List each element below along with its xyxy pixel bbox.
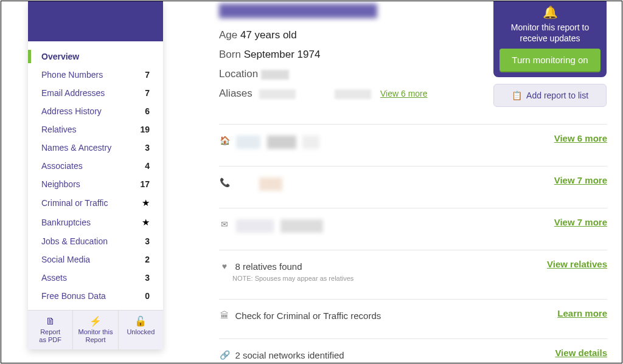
location-label: Location: [219, 68, 258, 80]
sidebar-actions: 🗎 Reportas PDF ⚡ Monitor thisReport 🔓 Un…: [28, 310, 163, 349]
nav-assets[interactable]: Assets 3: [28, 269, 163, 287]
action-label: Monitor thisReport: [78, 328, 113, 343]
star-icon: ★: [142, 217, 150, 228]
action-label: Unlocked: [127, 328, 155, 335]
nav-criminal-traffic[interactable]: Criminal or Traffic ★: [28, 193, 163, 213]
relatives-found-text: 8 relatives found: [235, 261, 302, 272]
email-block: ✉ View 7 more: [219, 208, 607, 244]
nav-count: 19: [140, 125, 150, 134]
view-relatives-link[interactable]: View relatives: [547, 259, 607, 269]
nav-overview[interactable]: Overview: [28, 47, 163, 66]
phone-icon: 📞: [219, 177, 230, 187]
learn-more-criminal-link[interactable]: Learn more: [557, 308, 607, 318]
nav-label: Free Bonus Data: [41, 291, 106, 301]
address-block: 🏠 View 6 more: [219, 124, 607, 160]
bank-icon: 🏛: [219, 311, 230, 320]
nav-label: Overview: [41, 52, 79, 61]
view-more-addresses-link[interactable]: View 6 more: [554, 133, 607, 143]
nav-bankruptcies[interactable]: Bankruptcies ★: [28, 213, 163, 232]
view-more-phones-link[interactable]: View 7 more: [554, 175, 607, 185]
nav-email-addresses[interactable]: Email Addresses 7: [28, 84, 163, 102]
relatives-note: NOTE: Spouses may appear as relatives: [232, 275, 607, 282]
nav-label: Names & Ancestry: [41, 143, 111, 153]
star-icon: ★: [142, 197, 150, 208]
redacted-value: [236, 219, 274, 233]
report-as-pdf-button[interactable]: 🗎 Reportas PDF: [28, 311, 73, 349]
home-icon: 🏠: [219, 136, 230, 145]
social-block: 🔗 2 social networks identified View deta…: [219, 338, 607, 363]
relatives-block: ♥ 8 relatives found NOTE: Spouses may ap…: [219, 250, 607, 293]
age-value: 47 years old: [240, 29, 297, 41]
view-social-details-link[interactable]: View details: [555, 348, 607, 358]
view-more-emails-link[interactable]: View 7 more: [554, 217, 607, 227]
nav-label: Relatives: [41, 125, 77, 134]
redacted-value: [259, 177, 282, 191]
nav-count: 4: [145, 161, 150, 171]
nav-count: 7: [145, 70, 150, 80]
age-label: Age: [219, 29, 237, 41]
nav-address-history[interactable]: Address History 6: [28, 102, 163, 120]
share-icon: 🔗: [219, 350, 230, 360]
age-row: Age 47 years old: [219, 26, 607, 45]
nav-label: Social Media: [41, 255, 90, 264]
sidebar-header: [28, 1, 163, 41]
redacted-value: [302, 136, 319, 149]
criminal-check-text: Check for Criminal or Traffic records: [235, 311, 381, 321]
nav-free-bonus[interactable]: Free Bonus Data 0: [28, 287, 163, 305]
phone-block: 📞 View 7 more: [219, 166, 607, 202]
nav-names-ancestry[interactable]: Names & Ancestry 3: [28, 139, 163, 157]
nav-count: 3: [145, 236, 150, 246]
pdf-icon: 🗎: [30, 315, 70, 327]
redacted-value: [261, 70, 289, 80]
nav-social-media[interactable]: Social Media 2: [28, 250, 163, 269]
main-content: Age 47 years old Born September 1974 Loc…: [219, 1, 607, 363]
redacted-value: [236, 136, 260, 149]
born-row: Born September 1974: [219, 45, 607, 64]
nav-jobs-education[interactable]: Jobs & Education 3: [28, 232, 163, 250]
nav-label: Assets: [41, 273, 67, 283]
social-networks-text: 2 social networks identified: [235, 350, 344, 360]
redacted-value: [335, 89, 371, 99]
location-row: Location: [219, 64, 607, 84]
nav-phone-numbers[interactable]: Phone Numbers 7: [28, 66, 163, 84]
redacted-value: [280, 219, 323, 233]
redacted-value: [267, 136, 296, 149]
nav-label: Criminal or Traffic: [41, 198, 108, 208]
criminal-block: 🏛 Check for Criminal or Traffic records …: [219, 299, 607, 332]
nav-count: 0: [145, 291, 150, 301]
envelope-icon: ✉: [219, 219, 230, 229]
nav-label: Bankruptcies: [41, 218, 91, 227]
nav-neighbors[interactable]: Neighbors 17: [28, 175, 163, 193]
nav-count: 3: [145, 273, 150, 283]
nav-label: Phone Numbers: [41, 70, 103, 80]
bolt-icon: ⚡: [75, 315, 115, 327]
nav-label: Email Addresses: [41, 88, 105, 98]
person-name-redacted: [219, 4, 377, 18]
sidebar: Overview Phone Numbers 7 Email Addresses…: [28, 1, 163, 349]
nav-associates[interactable]: Associates 4: [28, 157, 163, 175]
nav-list: Overview Phone Numbers 7 Email Addresses…: [28, 41, 163, 310]
nav-relatives[interactable]: Relatives 19: [28, 120, 163, 139]
born-value: September 1974: [244, 49, 321, 60]
nav-count: 6: [145, 106, 150, 116]
redacted-value: [259, 89, 296, 99]
nav-label: Jobs & Education: [41, 236, 108, 246]
born-label: Born: [219, 49, 241, 60]
action-label: Reportas PDF: [39, 328, 61, 343]
unlock-icon: 🔓: [121, 315, 161, 327]
heart-icon: ♥: [219, 261, 230, 271]
monitor-this-report-button[interactable]: ⚡ Monitor thisReport: [73, 311, 118, 349]
nav-count: 3: [145, 143, 150, 153]
nav-count: 2: [145, 255, 150, 264]
nav-count: 7: [145, 88, 150, 98]
nav-count: 17: [140, 179, 150, 189]
nav-label: Neighbors: [41, 179, 80, 189]
nav-label: Address History: [41, 106, 102, 116]
unlocked-button[interactable]: 🔓 Unlocked: [119, 311, 163, 349]
view-more-aliases-link[interactable]: View 6 more: [380, 89, 428, 98]
aliases-row: Aliases View 6 more: [219, 84, 607, 103]
nav-label: Associates: [41, 161, 83, 171]
aliases-label: Aliases: [219, 88, 252, 99]
